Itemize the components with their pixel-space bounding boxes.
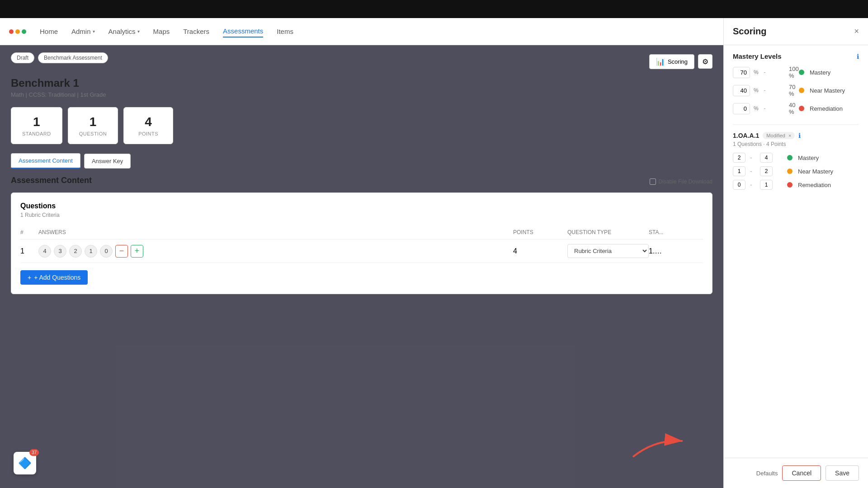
std-mastery-row-1: - Mastery (733, 153, 859, 163)
near-mastery-min-input[interactable] (733, 85, 750, 96)
defaults-button[interactable]: Defaults (756, 470, 778, 477)
mastery-row-2: % - 70 % Near Mastery (733, 84, 859, 97)
save-button[interactable]: Save (826, 465, 859, 481)
scoring-chart-icon: 📊 (656, 57, 665, 66)
tab-answer-key[interactable]: Answer Key (84, 154, 131, 169)
tabs-row: Assessment Content Answer Key (11, 153, 712, 169)
mastery-label-2: Near Mastery (810, 87, 845, 94)
std-mastery-max-1[interactable] (760, 153, 773, 163)
questions-title: Questions (20, 202, 703, 210)
add-questions-button[interactable]: + + Add Questions (20, 270, 88, 285)
nav-admin[interactable]: Admin ▾ (71, 26, 95, 37)
answer-chips: 4 3 2 1 0 (38, 245, 113, 258)
mastery-info-icon[interactable]: ℹ (857, 53, 859, 60)
floating-icon-image: 🔷 (18, 457, 32, 469)
std-mastery-min-2[interactable] (733, 166, 745, 176)
nav-trackers[interactable]: Trackers (183, 26, 209, 37)
stat-question: 1 QUESTION (68, 107, 118, 144)
disable-download-row: Disable File Download (650, 178, 712, 185)
scoring-panel-header: Scoring × (724, 18, 868, 45)
admin-arrow-icon: ▾ (93, 29, 95, 34)
standard-ref: 1.… (649, 247, 703, 255)
questions-subtitle: 1 Rubric Criteria (20, 212, 703, 218)
floating-icon[interactable]: 🔷 37 (14, 452, 36, 474)
std-dot-green (787, 155, 793, 160)
app-logo (9, 29, 26, 34)
standard-section: 1.OA.A.1 Modified × ℹ 1 Questions · 4 Po… (733, 124, 859, 190)
scoring-panel-title: Scoring (733, 26, 766, 37)
page-subtitle: Math | CCSS: Traditional | 1st Grade (11, 91, 712, 98)
standard-points: 1 Questions · 4 Points (733, 141, 859, 147)
std-dot-orange (787, 169, 793, 174)
tab-assessment-content[interactable]: Assessment Content (11, 153, 80, 169)
mastery-label-3: Remediation (810, 105, 843, 112)
remediation-min-input[interactable] (733, 103, 750, 114)
standard-code: 1.OA.A.1 (733, 132, 759, 139)
breadcrumb: Draft Benchmark Assessment (11, 52, 108, 63)
std-mastery-row-2: - Near Mastery (733, 166, 859, 176)
close-panel-button[interactable]: × (854, 27, 859, 36)
nav-items[interactable]: Items (277, 26, 293, 37)
table-header: # Answers Points Question type Sta... (20, 225, 703, 239)
std-label-3: Remediation (798, 182, 831, 188)
stat-points: 4 POINTS (123, 107, 173, 144)
mastery-label-1: Mastery (810, 69, 830, 76)
std-dot-red (787, 182, 793, 188)
modified-badge: Modified × (763, 132, 795, 139)
standard-info-icon[interactable]: ℹ (798, 132, 801, 139)
draft-tag[interactable]: Draft (11, 52, 34, 63)
disable-download-checkbox[interactable] (650, 178, 656, 185)
stats-row: 1 STANDARD 1 QUESTION 4 POINTS (11, 107, 712, 144)
cancel-button[interactable]: Cancel (782, 465, 821, 481)
plus-button[interactable]: + (131, 245, 143, 258)
panel-footer: Defaults Cancel Save (724, 458, 868, 488)
questions-card: Questions 1 Rubric Criteria # Answers Po… (11, 192, 712, 294)
minus-button[interactable]: − (115, 245, 128, 258)
nav-maps[interactable]: Maps (153, 26, 170, 37)
mastery-row-3: % - 40 % Remediation (733, 102, 859, 115)
page-title: Benchmark 1 (11, 77, 712, 89)
nav-analytics[interactable]: Analytics ▾ (108, 26, 140, 37)
nav-home[interactable]: Home (40, 26, 58, 37)
scoring-button[interactable]: 📊 Scoring (649, 54, 694, 69)
row-num: 1 (20, 247, 38, 255)
mastery-levels-title: Mastery Levels (733, 52, 782, 60)
mastery-dot-orange (799, 88, 804, 93)
table-row: 1 4 3 2 1 0 − + 4 (20, 239, 703, 263)
std-label-2: Near Mastery (798, 168, 833, 175)
analytics-arrow-icon: ▾ (137, 29, 140, 34)
std-label-1: Mastery (798, 155, 819, 161)
stat-standard: 1 STANDARD (11, 107, 62, 144)
gear-icon: ⚙ (702, 57, 708, 66)
floating-badge: 37 (29, 449, 39, 456)
points-value: 4 (513, 247, 567, 255)
assessment-content-title: Assessment Content (11, 176, 92, 185)
mastery-dot-red (799, 106, 804, 111)
std-mastery-min-1[interactable] (733, 153, 745, 163)
mastery-min-input[interactable] (733, 67, 750, 78)
mastery-levels-section: Mastery Levels ℹ (733, 52, 859, 60)
mastery-dot-green (799, 70, 804, 75)
std-mastery-max-2[interactable] (760, 166, 773, 176)
plus-icon: + (28, 274, 31, 281)
modified-close-icon[interactable]: × (788, 133, 791, 138)
question-type-select[interactable]: Rubric Criteria (567, 244, 649, 258)
std-mastery-min-3[interactable] (733, 180, 745, 190)
std-mastery-row-3: - Remediation (733, 180, 859, 190)
std-mastery-max-3[interactable] (760, 180, 773, 190)
type-tag[interactable]: Benchmark Assessment (38, 52, 108, 63)
nav-assessments[interactable]: Assessments (223, 25, 263, 38)
mastery-row-1: % - 100 % Mastery (733, 66, 859, 79)
settings-button[interactable]: ⚙ (698, 54, 712, 69)
